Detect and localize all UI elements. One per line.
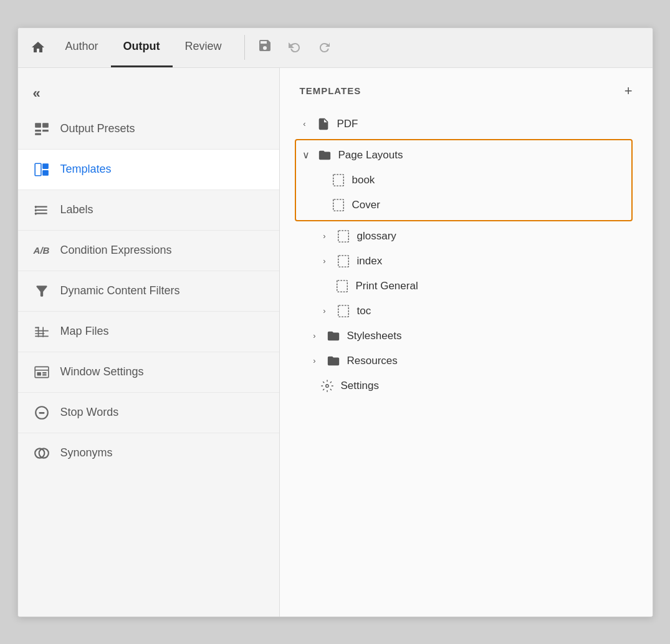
labels-label: Labels xyxy=(60,203,93,216)
tab-author[interactable]: Author xyxy=(53,28,111,67)
sidebar-item-condition-expressions[interactable]: A/B Condition Expressions xyxy=(18,231,279,271)
sidebar-item-dynamic-content-filters[interactable]: Dynamic Content Filters xyxy=(18,271,279,312)
sidebar-item-labels[interactable]: Labels xyxy=(18,190,279,231)
save-button[interactable] xyxy=(255,36,275,59)
output-presets-icon xyxy=(33,120,50,138)
templates-label: Templates xyxy=(60,163,112,176)
svg-rect-21 xyxy=(42,374,47,375)
svg-point-10 xyxy=(34,212,36,214)
pdf-label: PDF xyxy=(337,118,358,130)
condition-expressions-label: Condition Expressions xyxy=(60,244,172,257)
tree-item-index[interactable]: › index xyxy=(300,249,633,274)
toc-file-icon xyxy=(336,304,351,319)
tree-item-stylesheets[interactable]: › Stylesheets xyxy=(300,324,633,348)
svg-rect-30 xyxy=(337,280,347,291)
stylesheets-chevron-icon: › xyxy=(310,331,320,341)
tree-item-page-layouts[interactable]: ∨ Page Layouts xyxy=(301,143,626,168)
svg-rect-6 xyxy=(42,163,49,169)
book-file-icon xyxy=(331,173,346,188)
tree-item-resources[interactable]: › Resources xyxy=(300,348,633,373)
resources-chevron-icon: › xyxy=(310,356,320,366)
dynamic-content-filters-label: Dynamic Content Filters xyxy=(60,284,180,297)
sidebar-item-synonyms[interactable]: Synonyms xyxy=(18,433,279,473)
tab-review[interactable]: Review xyxy=(173,28,234,67)
tree-item-glossary[interactable]: › glossary xyxy=(300,224,633,249)
svg-rect-23 xyxy=(39,411,44,413)
svg-rect-20 xyxy=(42,372,47,373)
labels-icon xyxy=(33,201,50,219)
tree-item-toc[interactable]: › toc xyxy=(300,299,633,324)
resources-label: Resources xyxy=(347,355,398,367)
window-settings-icon xyxy=(33,363,50,381)
synonyms-icon xyxy=(33,445,50,462)
svg-rect-0 xyxy=(35,123,41,128)
tree-item-pdf[interactable]: ‹ PDF xyxy=(300,112,633,137)
stop-words-label: Stop Words xyxy=(60,406,119,419)
svg-rect-29 xyxy=(338,255,348,266)
stylesheets-folder-icon xyxy=(326,329,341,344)
svg-rect-14 xyxy=(35,335,49,337)
sidebar-item-window-settings[interactable]: Window Settings xyxy=(18,352,279,393)
svg-rect-12 xyxy=(35,330,49,331)
cover-label: Cover xyxy=(352,199,380,211)
settings-label: Settings xyxy=(341,380,379,392)
panel-title: TEMPLATES xyxy=(300,85,361,96)
page-layouts-folder-icon xyxy=(317,148,332,163)
settings-icon xyxy=(320,378,335,393)
redo-button[interactable] xyxy=(315,36,335,59)
stylesheets-label: Stylesheets xyxy=(347,330,402,342)
glossary-chevron-icon: › xyxy=(320,231,330,241)
synonyms-label: Synonyms xyxy=(60,446,113,459)
book-label: book xyxy=(352,174,375,186)
svg-rect-26 xyxy=(333,174,343,185)
nav-tabs: Author Output Review xyxy=(53,28,234,67)
tree-item-book[interactable]: book xyxy=(301,168,626,193)
app-window: Author Output Review xyxy=(17,27,653,617)
glossary-file-icon xyxy=(336,229,351,244)
sidebar-item-map-files[interactable]: Map Files xyxy=(18,312,279,352)
sidebar-item-output-presets[interactable]: Output Presets xyxy=(18,109,279,150)
svg-point-8 xyxy=(34,205,36,207)
toc-label: toc xyxy=(357,305,371,317)
sidebar-item-templates[interactable]: Templates xyxy=(18,150,279,190)
toc-chevron-icon: › xyxy=(320,306,330,316)
tree-item-cover[interactable]: Cover xyxy=(301,193,626,218)
index-file-icon xyxy=(336,254,351,269)
window-settings-label: Window Settings xyxy=(60,365,144,378)
map-files-label: Map Files xyxy=(60,325,109,338)
home-icon[interactable] xyxy=(28,37,48,57)
tree-item-settings[interactable]: Settings xyxy=(300,373,633,398)
svg-rect-1 xyxy=(35,130,41,132)
condition-expressions-icon: A/B xyxy=(33,242,50,259)
sidebar-collapse-button[interactable]: « xyxy=(18,78,279,109)
dynamic-content-filters-icon xyxy=(33,282,50,300)
tree-root: ‹ PDF ∨ xyxy=(300,112,633,398)
index-chevron-icon: › xyxy=(320,256,330,266)
svg-rect-27 xyxy=(333,199,343,210)
nav-divider xyxy=(244,35,245,60)
svg-rect-31 xyxy=(338,305,348,316)
svg-rect-5 xyxy=(35,163,41,176)
svg-rect-7 xyxy=(42,170,49,176)
index-label: index xyxy=(357,255,383,267)
tree-item-print-general[interactable]: Print General xyxy=(300,274,633,299)
glossary-label: glossary xyxy=(357,230,396,243)
page-layouts-label: Page Layouts xyxy=(338,149,403,161)
svg-rect-28 xyxy=(338,230,348,241)
page-layouts-chevron-icon: ∨ xyxy=(301,150,311,160)
svg-rect-4 xyxy=(42,130,49,132)
panel-header: TEMPLATES + xyxy=(300,83,633,99)
sidebar-item-stop-words[interactable]: Stop Words xyxy=(18,393,279,433)
output-presets-label: Output Presets xyxy=(60,122,135,135)
svg-point-32 xyxy=(325,384,328,387)
stop-words-icon xyxy=(33,404,50,421)
add-template-button[interactable]: + xyxy=(625,83,633,99)
map-files-icon xyxy=(33,323,50,340)
undo-button[interactable] xyxy=(285,36,305,59)
tab-output[interactable]: Output xyxy=(111,28,173,67)
print-general-file-icon xyxy=(335,279,350,294)
cover-file-icon xyxy=(331,198,346,213)
svg-point-9 xyxy=(34,209,36,211)
sidebar: « Output Presets xyxy=(18,68,280,617)
pdf-file-icon xyxy=(316,117,331,132)
